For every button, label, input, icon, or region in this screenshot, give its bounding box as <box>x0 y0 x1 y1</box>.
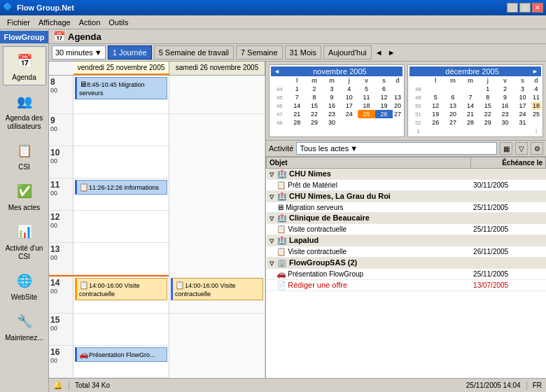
visite-clinique-cell[interactable]: 📋 Visite contractuelle <box>267 224 471 235</box>
nov-d18[interactable]: 18 <box>358 102 375 110</box>
dec-d7[interactable]: 7 <box>461 93 479 102</box>
menu-affichage[interactable]: Affichage <box>34 17 75 28</box>
rediger-cell[interactable]: 📄 Rédiger une offre <box>267 280 471 291</box>
group-clinique[interactable]: ▽ 🏥 Clinique de Beaucaire <box>267 213 546 224</box>
day-cell-9-1[interactable] <box>169 114 265 149</box>
view-mois-button[interactable]: 31 Mois <box>285 46 322 59</box>
activities-filter-btn[interactable]: ▽ <box>515 142 528 155</box>
dec-d17[interactable]: 17 <box>514 102 531 110</box>
menu-action[interactable]: Action <box>75 17 105 28</box>
dec-d29[interactable]: 29 <box>479 118 496 127</box>
view-journee-button[interactable]: 1 Journée <box>108 46 152 59</box>
dec-d16[interactable]: 16 <box>496 102 514 110</box>
close-button[interactable]: ✕ <box>532 3 543 13</box>
nov-d26-selected[interactable]: 26 <box>375 110 393 118</box>
nov-d14[interactable]: 14 <box>288 102 306 110</box>
nov-d5[interactable]: 5 <box>358 85 375 93</box>
activities-config-btn[interactable]: ⚙ <box>531 142 543 155</box>
nov-d12[interactable]: 12 <box>375 93 393 102</box>
row-rediger[interactable]: 📄 Rédiger une offre 13/07/2005 <box>267 280 546 291</box>
nov-d27[interactable]: 27 <box>393 110 402 118</box>
visite-lapalud-cell[interactable]: 📋 Visite contractuelle <box>267 246 471 258</box>
group-chu-lagrau-cell[interactable]: ▽ 🏥 CHU Nimes, La Grau du Roi <box>267 191 471 202</box>
day-cell-16-1[interactable] <box>169 346 265 378</box>
group-lapalud[interactable]: ▽ 🏥 Lapalud <box>267 235 546 246</box>
expand-clinique[interactable]: ▽ <box>270 216 274 222</box>
group-flowgroup-cell[interactable]: ▽ 🏢 FlowGroupSAS (2) <box>267 258 471 269</box>
day-cell-10-1[interactable] <box>169 146 265 181</box>
migration-cell[interactable]: 🖥 Migration serveurs <box>267 202 471 213</box>
dec-d15[interactable]: 15 <box>479 102 496 110</box>
dec-d22[interactable]: 22 <box>479 110 496 118</box>
event-informations[interactable]: 📋11:26-12:26 Informations <box>75 180 167 195</box>
day-cell-8-1[interactable] <box>169 76 265 113</box>
dec-d18[interactable]: 18 <box>531 102 541 110</box>
today-button[interactable]: Aujourd'hui <box>323 46 372 59</box>
group-clinique-cell[interactable]: ▽ 🏥 Clinique de Beaucaire <box>267 213 471 224</box>
expand-chu-nimes[interactable]: ▽ <box>270 172 274 178</box>
row-pret-materiel[interactable]: 📋 Prêt de Matériel 30/11/2005 <box>267 180 546 191</box>
dec-d12[interactable]: 12 <box>427 102 444 110</box>
dec-d11[interactable]: 11 <box>531 93 541 102</box>
expand-flowgroup[interactable]: ▽ <box>270 260 274 267</box>
day-cell-10-0[interactable] <box>74 146 169 181</box>
nov-d3[interactable]: 3 <box>323 85 340 93</box>
dec-d19[interactable]: 19 <box>427 110 444 118</box>
activities-table[interactable]: Objet Échéance le ▽ 🏥 <box>266 157 546 378</box>
dec-d13[interactable]: 13 <box>444 102 462 110</box>
sidebar-item-mes-actes[interactable]: ✅ Mes actes <box>3 176 46 216</box>
event-visite-0[interactable]: 📋14:00-16:00 Visite contractuelle <box>75 278 167 300</box>
group-chu-nimes-cell[interactable]: ▽ 🏥 CHU Nimes <box>267 169 471 180</box>
nav-prev-button[interactable]: ◄ <box>374 47 384 58</box>
sidebar-item-website[interactable]: 🌐 WebSite <box>3 266 46 305</box>
dec-d26[interactable]: 26 <box>427 118 444 127</box>
activities-filter-dropdown[interactable]: Tous les actes ▼ <box>296 142 497 155</box>
day-cell-11-0[interactable]: 📋11:26-12:26 Informations <box>74 178 169 214</box>
schedule-body[interactable]: 8 00 🖥8:45-10:45 Migration serveurs 9 <box>49 76 265 378</box>
nov-d2[interactable]: 2 <box>306 85 323 93</box>
dec-d8[interactable]: 8 <box>479 93 496 102</box>
event-presentation[interactable]: 🚗Présentation FlowGro... <box>75 347 167 362</box>
sidebar-item-agenda[interactable]: 📅 Agenda <box>3 46 46 85</box>
sidebar-item-maintenez[interactable]: 🔧 Maintenez... <box>3 307 46 346</box>
dec-d24[interactable]: 24 <box>514 110 531 118</box>
group-chu-lagrau[interactable]: ▽ 🏥 CHU Nimes, La Grau du Roi <box>267 191 546 202</box>
menu-outils[interactable]: Outils <box>104 17 132 28</box>
day-cell-11-1[interactable] <box>169 178 265 214</box>
dec-d23[interactable]: 23 <box>496 110 514 118</box>
day-cell-14-0[interactable]: 📋14:00-16:00 Visite contractuelle <box>74 276 169 313</box>
nov-d28[interactable]: 28 <box>288 118 306 127</box>
mini-cal-dec-next[interactable]: ► <box>530 68 540 75</box>
nov-d21[interactable]: 21 <box>288 110 306 118</box>
dec-d5[interactable]: 5 <box>427 93 444 102</box>
nov-d11[interactable]: 11 <box>358 93 375 102</box>
mini-cal-prev[interactable]: ◄ <box>272 68 282 75</box>
view-semaine-button[interactable]: 7 Semaine <box>236 46 283 59</box>
dec-d6[interactable]: 6 <box>444 93 462 102</box>
day-cell-13-1[interactable] <box>169 243 265 278</box>
day-cell-12-0[interactable] <box>74 211 169 246</box>
dec-d14[interactable]: 14 <box>461 102 479 110</box>
activities-grid-btn[interactable]: ▦ <box>500 142 512 155</box>
day-cell-8-0[interactable]: 🖥8:45-10:45 Migration serveurs <box>74 76 169 113</box>
dec-d3[interactable]: 3 <box>514 85 531 93</box>
day-cell-13-0[interactable] <box>74 243 169 278</box>
nov-d16[interactable]: 16 <box>323 102 340 110</box>
nov-d29[interactable]: 29 <box>306 118 323 127</box>
nov-d19[interactable]: 19 <box>375 102 393 110</box>
maximize-button[interactable]: □ <box>519 3 531 13</box>
dec-next-d1[interactable]: 1 <box>531 127 541 135</box>
dec-d9[interactable]: 9 <box>496 93 514 102</box>
group-chu-nimes[interactable]: ▽ 🏥 CHU Nimes <box>267 169 546 180</box>
row-visite-lapalud[interactable]: 📋 Visite contractuelle 26/11/2005 <box>267 246 546 258</box>
interval-dropdown[interactable]: 30 minutes ▼ <box>52 46 106 59</box>
nov-d22[interactable]: 22 <box>306 110 323 118</box>
nov-d20[interactable]: 20 <box>393 102 402 110</box>
nov-d1[interactable]: 1 <box>288 85 306 93</box>
row-migration[interactable]: 🖥 Migration serveurs 25/11/2005 <box>267 202 546 213</box>
dec-d1[interactable]: 1 <box>479 85 496 93</box>
sidebar-item-csi[interactable]: 📋 CSI <box>3 136 46 175</box>
menu-fichier[interactable]: Fichier <box>3 17 34 28</box>
event-migration[interactable]: 🖥8:45-10:45 Migration serveurs <box>75 77 167 99</box>
nov-d9[interactable]: 9 <box>323 93 340 102</box>
